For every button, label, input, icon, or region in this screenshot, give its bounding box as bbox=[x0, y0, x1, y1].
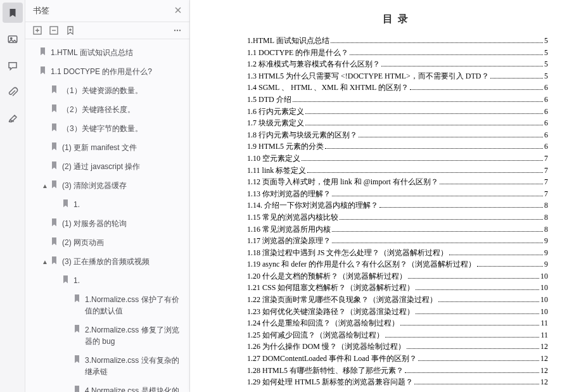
tree-arrow-icon[interactable]: ▲ bbox=[42, 180, 49, 191]
svg-point-6 bbox=[179, 30, 181, 31]
toc-entry[interactable]: 1.29 如何处理 HTML5 新标签的浏览器兼容问题？12 bbox=[247, 376, 548, 388]
tree-arrow-icon bbox=[65, 355, 72, 356]
bookmark-label: 4.Normalize.css 是模块化的 bbox=[85, 385, 183, 392]
toc-entry[interactable]: 1.13 你对浏览器的理解？7 bbox=[247, 188, 548, 200]
bookmark-item[interactable]: ▲(3) 正在播放的音频或视频 bbox=[25, 252, 189, 271]
tree-arrow-icon bbox=[53, 275, 61, 276]
toc-entry[interactable]: 1.18 渲染过程中遇到 JS 文件怎么处理？（浏览器解析过程）9 bbox=[247, 247, 548, 259]
bookmark-label: (2) 网页动画 bbox=[62, 237, 183, 248]
icon-rail bbox=[0, 0, 25, 392]
toc-leader-dots bbox=[325, 148, 543, 149]
toc-entry[interactable]: 1.19 async 和 defer 的作用是什么？有什么区别？（浏览器解析过程… bbox=[247, 258, 548, 270]
bookmark-label: 1. bbox=[73, 199, 183, 210]
tree-arrow-icon bbox=[42, 142, 49, 143]
bookmark-item[interactable]: 1.HTML 面试知识点总结 bbox=[25, 43, 189, 62]
toc-leader-dots bbox=[307, 172, 543, 173]
toc-text: 1.17 浏览器的渲染原理？ bbox=[247, 235, 331, 247]
toc-entry[interactable]: 1.26 为什么操作 DOM 慢？（浏览器绘制过程）12 bbox=[247, 341, 548, 353]
bookmark-item[interactable]: 4.Normalize.css 是模块化的 bbox=[25, 381, 189, 392]
toc-entry[interactable]: 1.7 块级元素定义6 bbox=[247, 117, 548, 129]
bookmark-item[interactable]: 2.Normalize.css 修复了浏览器的 bug bbox=[25, 320, 189, 351]
toc-entry[interactable]: 1.17 浏览器的渲染原理？9 bbox=[247, 235, 548, 247]
bookmark-item[interactable]: (2) 通过 javascript 操作 bbox=[25, 157, 189, 176]
bookmark-item[interactable]: (2) 网页动画 bbox=[25, 233, 189, 252]
toc-entry[interactable]: 1.28 HTML5 有哪些新特性、移除了那些元素？12 bbox=[247, 365, 548, 377]
toc-page-number: 5 bbox=[544, 58, 548, 70]
bookmark-item[interactable]: 1. bbox=[25, 195, 189, 214]
toc-page-number: 8 bbox=[544, 212, 548, 224]
toc-leader-dots bbox=[477, 266, 543, 267]
toc-leader-dots bbox=[408, 278, 539, 279]
toc-entry[interactable]: 1.21 CSS 如何阻塞文档解析？（浏览器解析过程）10 bbox=[247, 282, 548, 294]
bookmark-icon bbox=[38, 66, 47, 75]
toc-entry[interactable]: 1.20 什么是文档的预解析？（浏览器解析过程）10 bbox=[247, 270, 548, 282]
toc-page-number: 5 bbox=[544, 35, 548, 47]
toc-entry[interactable]: 1.3 HTML5 为什么只需要写 <!DOCTYPE HTML>，而不需要引入… bbox=[247, 70, 548, 82]
bookmark-label: （3）关键字节的数量。 bbox=[62, 123, 183, 134]
bookmark-item[interactable]: (1) 更新 manifest 文件 bbox=[25, 138, 189, 157]
collapse-all-icon[interactable] bbox=[49, 26, 58, 35]
bookmark-label: (1) 对服务器的轮询 bbox=[62, 218, 183, 229]
tree-arrow-icon bbox=[42, 85, 49, 86]
toc-entry[interactable]: 1.22 渲染页面时常见哪些不良现象？（浏览器渲染过程）10 bbox=[247, 294, 548, 306]
bookmark-tab-icon[interactable] bbox=[3, 3, 23, 23]
toc-text: 1.3 HTML5 为什么只需要写 <!DOCTYPE HTML>，而不需要引入… bbox=[247, 70, 489, 82]
toc-entry[interactable]: 1.6 行内元素定义6 bbox=[247, 106, 548, 118]
toc-text: 1.10 空元素定义 bbox=[247, 153, 300, 165]
tree-arrow-icon bbox=[42, 123, 49, 124]
bookmark-label: (3) 正在播放的音频或视频 bbox=[62, 256, 183, 267]
bookmark-item[interactable]: （2）关键路径长度。 bbox=[25, 100, 189, 119]
toc-entry[interactable]: 1.HTML 面试知识点总结5 bbox=[247, 35, 548, 47]
toc-entry[interactable]: 1.25 如何减少回流？（浏览器绘制过程）11 bbox=[247, 329, 548, 341]
toc-entry[interactable]: 1.23 如何优化关键渲染路径？（浏览器渲染过程）10 bbox=[247, 306, 548, 318]
toc-leader-dots bbox=[340, 219, 543, 220]
bookmark-item[interactable]: （1）关键资源的数量。 bbox=[25, 81, 189, 100]
sidebar-header: 书签 bbox=[25, 0, 189, 22]
toc-page-number: 5 bbox=[544, 47, 548, 59]
toc-entry[interactable]: 1.16 常见浏览器所用内核8 bbox=[247, 224, 548, 236]
toc-page-number: 12 bbox=[540, 353, 548, 365]
image-tab-icon[interactable] bbox=[3, 29, 23, 49]
close-icon[interactable] bbox=[174, 6, 182, 16]
toc-page-number: 9 bbox=[544, 235, 548, 247]
bookmark-icon bbox=[49, 123, 58, 132]
toc-text: 1.HTML 面试知识点总结 bbox=[247, 35, 329, 47]
bookmark-label: 1.Normalize.css 保护了有价值的默认值 bbox=[85, 294, 183, 317]
toc-entry[interactable]: 1.10 空元素定义7 bbox=[247, 153, 548, 165]
toc-entry[interactable]: 1.27 DOMContentLoaded 事件和 Load 事件的区别？12 bbox=[247, 353, 548, 365]
bookmark-item[interactable]: （3）关键字节的数量。 bbox=[25, 119, 189, 138]
bookmark-item[interactable]: 1.1 DOCTYPE 的作用是什么? bbox=[25, 62, 189, 81]
toc-entry[interactable]: 1.24 什么是重绘和回流？（浏览器绘制过程）11 bbox=[247, 317, 548, 329]
comment-tab-icon[interactable] bbox=[3, 56, 23, 76]
toc-text: 1.21 CSS 如何阻塞文档解析？（浏览器解析过程） bbox=[247, 282, 414, 294]
bookmark-item[interactable]: ▲(3) 清除浏览器缓存 bbox=[25, 176, 189, 195]
toc-entry[interactable]: 1.1 DOCTYPE 的作用是什么？5 bbox=[247, 47, 548, 59]
bookmark-item[interactable]: 1. bbox=[25, 271, 189, 290]
toc-entry[interactable]: 1.9 HTML5 元素的分类6 bbox=[247, 141, 548, 153]
expand-all-icon[interactable] bbox=[33, 26, 42, 35]
more-options-icon[interactable] bbox=[173, 26, 182, 35]
add-bookmark-icon[interactable] bbox=[66, 26, 75, 35]
toc-page-number: 10 bbox=[540, 270, 548, 282]
toc-entry[interactable]: 1.8 行内元素与块级元素的区别？6 bbox=[247, 129, 548, 141]
attachment-tab-icon[interactable] bbox=[3, 82, 23, 103]
bookmark-item[interactable]: 1.Normalize.css 保护了有价值的默认值 bbox=[25, 290, 189, 320]
bookmark-item[interactable]: (1) 对服务器的轮询 bbox=[25, 214, 189, 233]
toc-leader-dots bbox=[405, 372, 539, 373]
toc-entry[interactable]: 1.4 SGML 、 HTML 、XML 和 XHTML 的区别？6 bbox=[247, 82, 548, 94]
toc-entry[interactable]: 1.12 页面导入样式时，使用 link 和 @import 有什么区别？7 bbox=[247, 176, 548, 188]
toc-leader-dots bbox=[379, 207, 543, 208]
toc-entry[interactable]: 1.5 DTD 介绍6 bbox=[247, 94, 548, 106]
toc-entry[interactable]: 1.2 标准模式与兼容模式各有什么区别？5 bbox=[247, 58, 548, 70]
toc-leader-dots bbox=[490, 78, 543, 79]
signature-tab-icon[interactable] bbox=[3, 109, 23, 129]
bookmark-tree[interactable]: 1.HTML 面试知识点总结1.1 DOCTYPE 的作用是什么?（1）关键资源… bbox=[25, 39, 189, 392]
toc-entry[interactable]: 1.14. 介绍一下你对浏览器内核的理解？8 bbox=[247, 199, 548, 212]
toc-text: 1.7 块级元素定义 bbox=[247, 117, 304, 129]
toc-text: 1.19 async 和 defer 的作用是什么？有什么区别？（浏览器解析过程… bbox=[247, 258, 476, 270]
bookmark-item[interactable]: 3.Normalize.css 没有复杂的继承链 bbox=[25, 351, 189, 381]
toc-page-number: 6 bbox=[544, 82, 548, 94]
toc-entry[interactable]: 1.11 link 标签定义7 bbox=[247, 165, 548, 177]
tree-arrow-icon[interactable]: ▲ bbox=[42, 256, 49, 267]
toc-entry[interactable]: 1.15 常见的浏览器内核比较8 bbox=[247, 212, 548, 224]
